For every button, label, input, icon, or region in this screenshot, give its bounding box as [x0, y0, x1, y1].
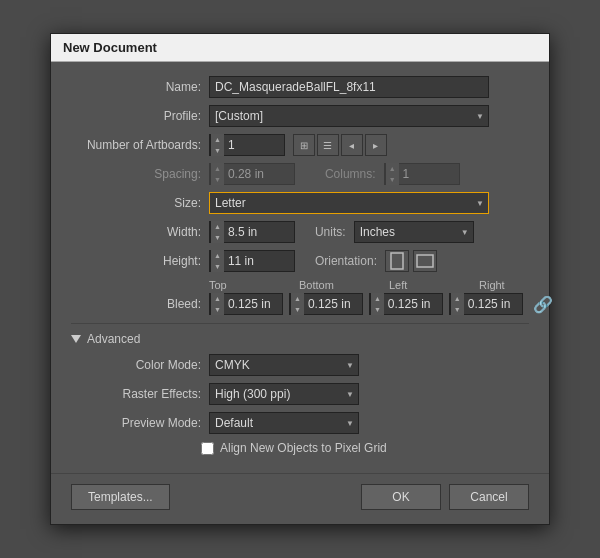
svg-rect-1 — [417, 255, 433, 267]
bleed-top-spinner: ▲ ▼ — [209, 293, 283, 315]
columns-spinner: ▲ ▼ — [384, 163, 460, 185]
raster-effects-select[interactable]: High (300 ppi) Medium (150 ppi) Low (72 … — [209, 383, 359, 405]
size-select-wrapper: Letter A4 A3 Tabloid — [209, 192, 489, 214]
orientation-icons — [385, 250, 437, 272]
spacing-down-btn[interactable]: ▼ — [211, 174, 224, 185]
spacing-label: Spacing: — [71, 167, 201, 181]
color-mode-label: Color Mode: — [71, 358, 201, 372]
bleed-bottom-spinner: ▲ ▼ — [289, 293, 363, 315]
size-select[interactable]: Letter A4 A3 Tabloid — [209, 192, 489, 214]
columns-input[interactable] — [399, 164, 459, 184]
width-down-btn[interactable]: ▼ — [211, 232, 224, 243]
bleed-right-up-btn[interactable]: ▲ — [451, 293, 464, 304]
height-arrows: ▲ ▼ — [210, 250, 224, 272]
width-arrows: ▲ ▼ — [210, 221, 224, 243]
preview-mode-row: Preview Mode: Default Pixel Overprint — [71, 412, 529, 434]
bleed-bottom-col-label: Bottom — [299, 279, 389, 291]
height-down-btn[interactable]: ▼ — [211, 261, 224, 272]
height-spinner: ▲ ▼ — [209, 250, 295, 272]
advanced-section: Advanced Color Mode: CMYK RGB Raster Eff… — [71, 323, 529, 455]
bleed-right-arrows: ▲ ▼ — [450, 293, 464, 315]
footer-action-buttons: OK Cancel — [361, 484, 529, 510]
spacing-up-btn[interactable]: ▲ — [211, 163, 224, 174]
orientation-label: Orientation: — [315, 254, 377, 268]
bleed-bottom-arrows: ▲ ▼ — [290, 293, 304, 315]
landscape-icon — [416, 254, 434, 268]
artboards-up-btn[interactable]: ▲ — [211, 134, 224, 145]
dialog-footer: Templates... OK Cancel — [51, 473, 549, 524]
artboard-layout-icons: ⊞ ☰ ◂ ▸ — [293, 134, 387, 156]
align-checkbox-label: Align New Objects to Pixel Grid — [220, 441, 387, 455]
advanced-label: Advanced — [87, 332, 140, 346]
bleed-right-col-label: Right — [479, 279, 569, 291]
raster-effects-label: Raster Effects: — [71, 387, 201, 401]
bleed-right-down-btn[interactable]: ▼ — [451, 304, 464, 315]
columns-label: Columns: — [325, 167, 376, 181]
raster-effects-select-wrapper: High (300 ppi) Medium (150 ppi) Low (72 … — [209, 383, 359, 405]
bleed-top-col-label: Top — [209, 279, 299, 291]
height-input[interactable] — [224, 251, 294, 271]
bleed-left-spinner: ▲ ▼ — [369, 293, 443, 315]
artboards-input[interactable] — [224, 135, 284, 155]
preview-mode-select[interactable]: Default Pixel Overprint — [209, 412, 359, 434]
bleed-bottom-input[interactable] — [304, 294, 362, 314]
artboards-row: Number of Artboards: ▲ ▼ ⊞ ☰ ◂ ▸ — [71, 134, 529, 156]
name-row: Name: — [71, 76, 529, 98]
spacing-arrows: ▲ ▼ — [210, 163, 224, 185]
row-icon-btn[interactable]: ☰ — [317, 134, 339, 156]
bleed-left-arrows: ▲ ▼ — [370, 293, 384, 315]
arrow-right-icon-btn[interactable]: ▸ — [365, 134, 387, 156]
columns-down-btn[interactable]: ▼ — [386, 174, 399, 185]
width-up-btn[interactable]: ▲ — [211, 221, 224, 232]
bleed-right-input[interactable] — [464, 294, 522, 314]
height-up-btn[interactable]: ▲ — [211, 250, 224, 261]
advanced-toggle[interactable]: Advanced — [71, 332, 529, 346]
artboards-down-btn[interactable]: ▼ — [211, 145, 224, 156]
bleed-left-down-btn[interactable]: ▼ — [371, 304, 384, 315]
columns-arrows: ▲ ▼ — [385, 163, 399, 185]
portrait-btn[interactable] — [385, 250, 409, 272]
raster-effects-row: Raster Effects: High (300 ppi) Medium (1… — [71, 383, 529, 405]
profile-label: Profile: — [71, 109, 201, 123]
dialog-title: New Document — [51, 34, 549, 62]
height-label: Height: — [71, 254, 201, 268]
bleed-top-up-btn[interactable]: ▲ — [211, 293, 224, 304]
arrow-left-icon-btn[interactable]: ◂ — [341, 134, 363, 156]
ok-button[interactable]: OK — [361, 484, 441, 510]
columns-up-btn[interactable]: ▲ — [386, 163, 399, 174]
units-select-wrapper: Inches Centimeters Millimeters Points Pi… — [354, 221, 474, 243]
bleed-bottom-up-btn[interactable]: ▲ — [291, 293, 304, 304]
color-mode-select-wrapper: CMYK RGB — [209, 354, 359, 376]
name-label: Name: — [71, 80, 201, 94]
size-row: Size: Letter A4 A3 Tabloid — [71, 192, 529, 214]
profile-select-wrapper: [Custom] Print Web Mobile — [209, 105, 489, 127]
bleed-top-input[interactable] — [224, 294, 282, 314]
color-mode-select[interactable]: CMYK RGB — [209, 354, 359, 376]
align-checkbox[interactable] — [201, 442, 214, 455]
bleed-top-down-btn[interactable]: ▼ — [211, 304, 224, 315]
align-checkbox-row: Align New Objects to Pixel Grid — [201, 441, 529, 455]
preview-mode-select-wrapper: Default Pixel Overprint — [209, 412, 359, 434]
spacing-input[interactable] — [224, 164, 294, 184]
profile-select[interactable]: [Custom] Print Web Mobile — [209, 105, 489, 127]
artboards-label: Number of Artboards: — [71, 138, 201, 152]
bleed-left-input[interactable] — [384, 294, 442, 314]
cancel-button[interactable]: Cancel — [449, 484, 529, 510]
templates-button[interactable]: Templates... — [71, 484, 170, 510]
width-input[interactable] — [224, 222, 294, 242]
landscape-btn[interactable] — [413, 250, 437, 272]
name-input[interactable] — [209, 76, 489, 98]
dialog-body: Name: Profile: [Custom] Print Web Mobile… — [51, 62, 549, 473]
spacing-spinner: ▲ ▼ — [209, 163, 295, 185]
bleed-left-up-btn[interactable]: ▲ — [371, 293, 384, 304]
chain-link-icon[interactable]: 🔗 — [533, 295, 553, 314]
portrait-icon — [390, 252, 404, 270]
grid-icon-btn[interactable]: ⊞ — [293, 134, 315, 156]
new-document-dialog: New Document Name: Profile: [Custom] Pri… — [50, 33, 550, 525]
units-select[interactable]: Inches Centimeters Millimeters Points Pi… — [354, 221, 474, 243]
color-mode-row: Color Mode: CMYK RGB — [71, 354, 529, 376]
artboards-spinner: ▲ ▼ — [209, 134, 285, 156]
width-units-row: Width: ▲ ▼ Units: Inches Centimeters Mil… — [71, 221, 529, 243]
bleed-bottom-down-btn[interactable]: ▼ — [291, 304, 304, 315]
height-orientation-row: Height: ▲ ▼ Orientation: — [71, 250, 529, 272]
